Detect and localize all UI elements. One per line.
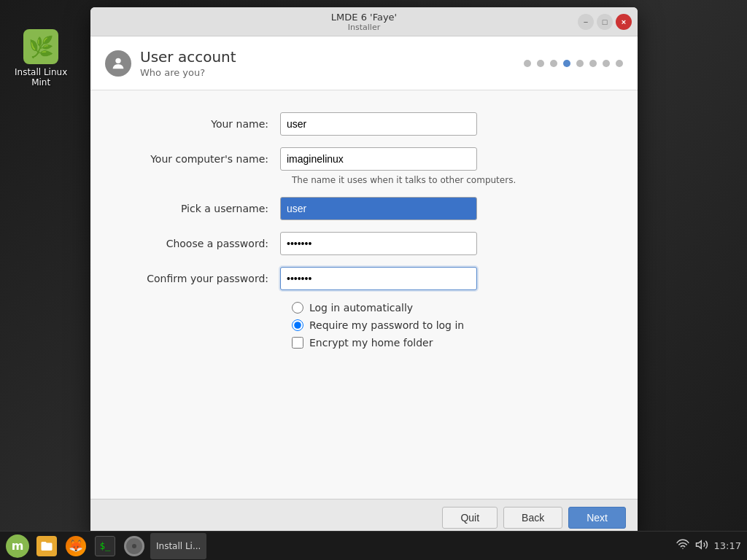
confirm-label: Confirm your password: [120,273,280,284]
page-header: User account Who are you? [90,36,638,90]
form-content: Your name: Your computer's name: The nam… [90,90,638,499]
taskbar-installer-button[interactable]: Install Li... [150,533,206,559]
volume-icon[interactable] [695,538,708,553]
password-input[interactable] [280,232,477,255]
taskbar-right: 13:17 [670,538,747,553]
computer-hint: The name it uses when it talks to other … [292,175,608,185]
name-row: Your name: [120,112,608,136]
clock[interactable]: 13:17 [714,540,741,551]
progress-dots [524,60,623,67]
firefox-icon: 🦊 [66,536,86,556]
progress-dot-8 [616,60,623,67]
titlebar-subtitle: Installer [331,23,397,32]
close-button[interactable]: × [616,14,632,30]
progress-dot-4 [563,60,570,67]
page-subtitle: Who are you? [140,67,515,78]
next-button[interactable]: Next [568,507,626,529]
encrypt-option: Encrypt my home folder [292,337,608,349]
require-password-radio[interactable] [292,319,303,331]
encrypt-checkbox[interactable] [292,337,303,349]
name-label: Your name: [120,118,280,130]
dvd-icon [124,536,144,556]
taskbar-terminal-button[interactable]: $_ [92,533,118,559]
taskbar-mint-button[interactable]: m [4,533,31,559]
page-title: User account [140,48,515,66]
confirm-row: Confirm your password: [120,267,608,290]
computer-input[interactable] [280,147,477,171]
name-input[interactable] [280,112,477,136]
progress-dot-1 [524,60,531,67]
progress-dot-3 [550,60,557,67]
require-password-option: Require my password to log in [292,319,608,331]
computer-row: Your computer's name: [120,147,608,171]
page-header-text: User account Who are you? [140,48,515,78]
username-row: Pick a username: [120,197,608,220]
progress-dot-2 [537,60,544,67]
username-label: Pick a username: [120,203,280,214]
options-group: Log in automatically Require my password… [292,302,608,349]
taskbar: m 🦊 $_ Install Li... [0,531,747,560]
svg-point-0 [115,58,120,63]
auto-login-radio[interactable] [292,302,303,314]
confirm-input[interactable] [280,267,477,290]
password-label: Choose a password: [120,238,280,249]
maximize-button[interactable]: □ [597,14,613,30]
installer-label: Install Li... [156,541,201,551]
quit-button[interactable]: Quit [442,507,498,529]
installer-dialog: LMDE 6 'Faye' Installer − □ × User accou… [90,7,638,536]
taskbar-files-button[interactable] [34,533,60,559]
desktop-icon[interactable]: 🌿 Install LinuxMint [15,29,67,88]
titlebar-title: LMDE 6 'Faye' [331,12,397,23]
desktop-icon-label: Install LinuxMint [15,67,67,88]
taskbar-dvd-button[interactable] [121,533,147,559]
encrypt-label[interactable]: Encrypt my home folder [309,337,433,349]
mint-logo: m [6,534,29,558]
svg-marker-1 [696,541,701,549]
titlebar-controls: − □ × [578,14,632,30]
progress-dot-7 [603,60,610,67]
desktop-icon-image: 🌿 [23,29,58,64]
auto-login-label[interactable]: Log in automatically [309,302,413,314]
back-button[interactable]: Back [503,507,562,529]
auto-login-option: Log in automatically [292,302,608,314]
minimize-button[interactable]: − [578,14,594,30]
username-input[interactable] [280,197,477,220]
taskbar-left: m 🦊 $_ Install Li... [0,533,211,559]
require-password-label[interactable]: Require my password to log in [309,319,464,331]
network-icon[interactable] [676,538,689,553]
terminal-icon: $_ [95,536,115,556]
progress-dot-6 [589,60,597,67]
titlebar-text: LMDE 6 'Faye' Installer [331,12,397,32]
titlebar: LMDE 6 'Faye' Installer − □ × [90,7,638,36]
files-icon [36,536,57,556]
password-row: Choose a password: [120,232,608,255]
progress-dot-5 [576,60,584,67]
taskbar-firefox-button[interactable]: 🦊 [63,533,89,559]
computer-label: Your computer's name: [120,153,280,165]
user-avatar-icon [105,50,131,77]
